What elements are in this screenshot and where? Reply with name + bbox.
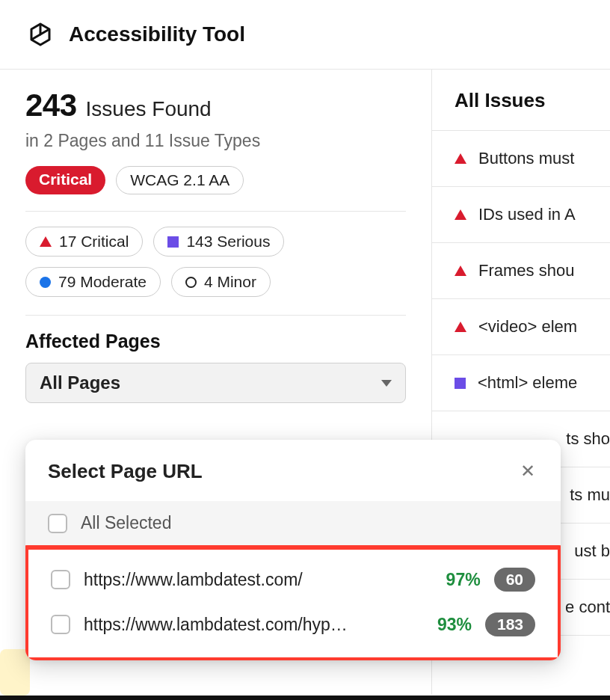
all-selected-label: All Selected [81, 513, 171, 533]
issue-text: e cont [565, 598, 610, 617]
issue-text: IDs used in A [478, 205, 576, 224]
app-logo-icon [25, 19, 55, 49]
page-url: https://www.lambdatest.com/hyp… [84, 615, 424, 635]
issue-row[interactable]: Buttons must [432, 131, 610, 187]
issue-text: ts mu [570, 485, 610, 505]
tag-critical[interactable]: Critical [25, 166, 105, 194]
issues-count: 243 [25, 88, 77, 123]
serious-icon [167, 236, 179, 248]
chip-critical[interactable]: 17 Critical [25, 227, 143, 257]
issue-text: Frames shou [478, 261, 574, 280]
issue-text: <video> elem [478, 317, 577, 337]
popover-title: Select Page URL [48, 460, 203, 483]
background-card [0, 649, 30, 696]
page-url-list-highlight: https://www.lambdatest.com/ 97% 60 https… [25, 545, 561, 660]
chip-moderate-label: 79 Moderate [58, 273, 147, 291]
app-header: Accessibility Tool [0, 0, 610, 70]
page-percentage: 97% [446, 570, 481, 590]
chip-critical-label: 17 Critical [59, 233, 129, 251]
issue-row[interactable]: IDs used in A [432, 187, 610, 243]
page-issue-count: 60 [494, 568, 535, 592]
issue-text: ts sho [566, 429, 610, 449]
issue-row[interactable]: Frames shou [432, 243, 610, 299]
critical-icon [455, 322, 466, 332]
tag-wcag[interactable]: WCAG 2.1 AA [116, 166, 244, 194]
page-url: https://www.lambdatest.com/ [84, 570, 433, 590]
close-icon[interactable]: ✕ [517, 458, 538, 485]
chip-moderate[interactable]: 79 Moderate [25, 267, 161, 297]
chip-minor-label: 4 Minor [204, 273, 256, 291]
issue-text: ust b [574, 541, 610, 561]
chip-serious[interactable]: 143 Serious [153, 227, 284, 257]
divider [25, 211, 406, 212]
chevron-down-icon [381, 380, 392, 387]
issue-row[interactable]: <video> elem [432, 299, 610, 355]
chip-serious-label: 143 Serious [186, 233, 270, 251]
pages-dropdown-label: All Pages [40, 372, 120, 393]
checkbox-page[interactable] [51, 570, 70, 589]
all-selected-row[interactable]: All Selected [25, 501, 561, 545]
serious-icon [455, 378, 466, 389]
critical-icon [455, 265, 466, 276]
page-url-row[interactable]: https://www.lambdatest.com/ 97% 60 [28, 557, 558, 602]
app-title: Accessibility Tool [69, 22, 245, 46]
critical-icon [455, 209, 466, 220]
issues-count-label: Issues Found [86, 97, 212, 121]
critical-icon [40, 236, 52, 247]
critical-icon [455, 153, 466, 164]
page-url-popover: Select Page URL ✕ All Selected https://w… [25, 440, 561, 660]
page-percentage: 93% [437, 615, 472, 635]
divider [25, 315, 406, 316]
chip-minor[interactable]: 4 Minor [171, 267, 271, 297]
checkbox-page[interactable] [51, 615, 70, 634]
page-url-row[interactable]: https://www.lambdatest.com/hyp… 93% 183 [28, 602, 558, 647]
issue-row[interactable]: <html> eleme [432, 355, 610, 411]
issue-text: Buttons must [478, 149, 574, 168]
moderate-icon [40, 277, 51, 288]
issues-subline: in 2 Pages and 11 Issue Types [25, 131, 406, 151]
pages-dropdown[interactable]: All Pages [25, 363, 406, 403]
issue-text: <html> eleme [478, 373, 577, 393]
bottom-shadow [0, 696, 610, 700]
issues-panel-title: All Issues [432, 70, 610, 131]
page-issue-count: 183 [485, 612, 535, 636]
checkbox-all[interactable] [48, 514, 67, 533]
affected-pages-title: Affected Pages [25, 331, 406, 352]
minor-icon [185, 277, 197, 288]
